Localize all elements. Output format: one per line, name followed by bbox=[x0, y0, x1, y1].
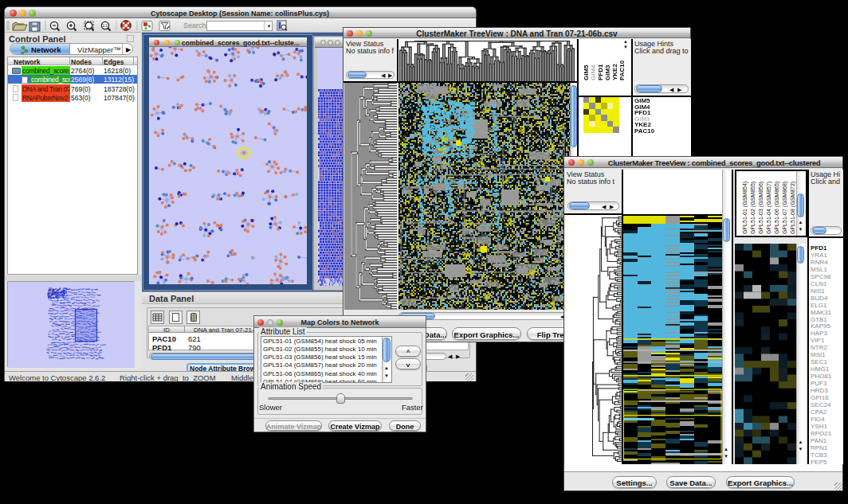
svg-text:1:1: 1:1 bbox=[103, 24, 108, 28]
